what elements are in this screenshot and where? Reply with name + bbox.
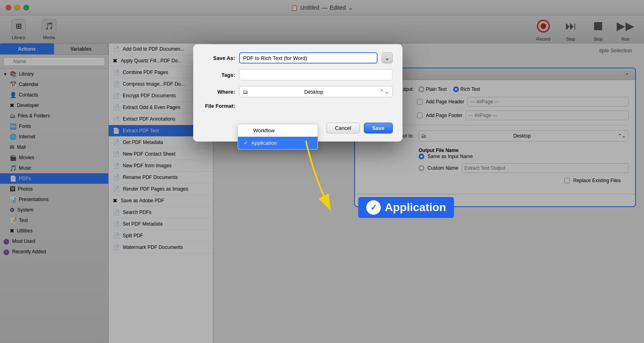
where-label: Where: (203, 89, 235, 95)
annotation-check-icon: ✓ (366, 200, 381, 215)
file-format-row: File Format: (203, 103, 393, 109)
file-format-dropdown: Workflow ✓ Application (237, 124, 318, 150)
cancel-button[interactable]: Cancel (326, 123, 359, 134)
where-folder-icon: 🗂 (243, 89, 248, 95)
save-as-value: PDF to Rich Text (for Word) (243, 55, 307, 61)
save-as-label: Save As: (203, 55, 235, 61)
annotation-text: Application (385, 201, 446, 214)
save-button[interactable]: Save (364, 123, 393, 134)
dialog-body: Save As: PDF to Rich Text (for Word) ⌄ T… (193, 44, 402, 123)
where-select-arrow: ⌃⌄ (380, 88, 389, 95)
tags-label: Tags: (203, 72, 235, 78)
save-as-dropdown-arrow[interactable]: ⌄ (382, 52, 393, 64)
save-as-input[interactable]: PDF to Rich Text (for Word) (239, 52, 378, 64)
application-check-mark: ✓ (244, 140, 248, 146)
workflow-item-label: Workflow (253, 127, 275, 134)
where-value: Desktop (304, 89, 324, 95)
file-format-label: File Format: (203, 103, 235, 109)
tags-input[interactable] (239, 69, 393, 80)
application-item-label: Application (251, 140, 277, 146)
dropdown-item-workflow[interactable]: Workflow (238, 124, 318, 137)
save-as-row: Save As: PDF to Rich Text (for Word) ⌄ (203, 52, 393, 64)
tags-row: Tags: (203, 69, 393, 80)
where-select[interactable]: 🗂 Desktop ⌃⌄ (239, 86, 393, 97)
annotation-label: ✓ Application (358, 197, 454, 218)
dropdown-item-application[interactable]: ✓ Application (238, 137, 318, 149)
where-row: Where: 🗂 Desktop ⌃⌄ (203, 86, 393, 97)
